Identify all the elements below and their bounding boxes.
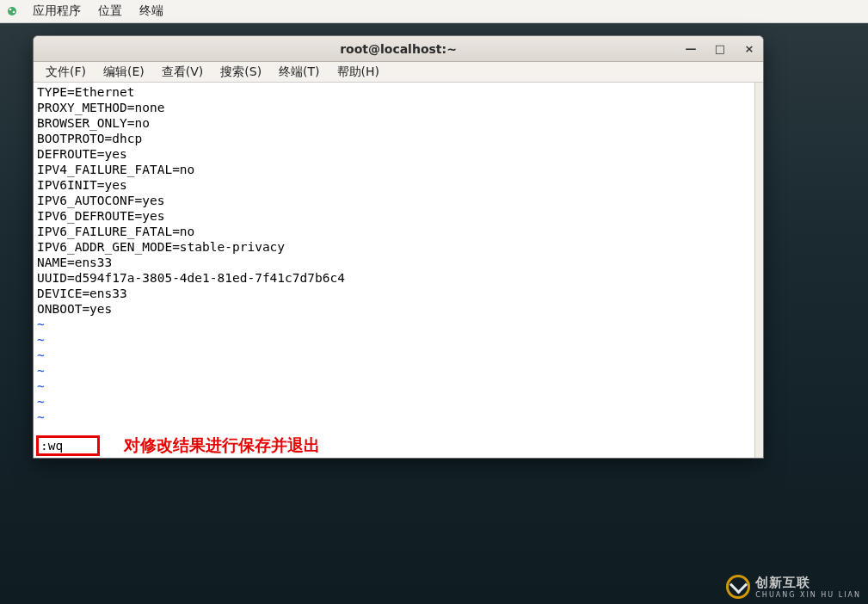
window-controls: — □ × <box>682 40 758 58</box>
menu-file[interactable]: 文件(F) <box>37 63 95 82</box>
file-line: TYPE=Ethernet <box>37 84 760 100</box>
vi-tilde: ~ <box>37 363 760 379</box>
file-line: UUID=d594f17a-3805-4de1-81ed-7f41c7d7b6c… <box>37 270 760 286</box>
panel-activities-icon <box>5 4 19 18</box>
file-line: IPV4_FAILURE_FATAL=no <box>37 162 760 177</box>
file-line: NAME=ens33 <box>37 255 760 270</box>
svg-point-1 <box>9 9 12 11</box>
close-button[interactable]: × <box>741 40 758 58</box>
menu-terminal[interactable]: 终端(T) <box>270 63 328 82</box>
vi-tilde: ~ <box>37 348 760 363</box>
menu-edit[interactable]: 编辑(E) <box>95 63 153 82</box>
file-line: IPV6INIT=yes <box>37 177 760 193</box>
vi-tilde: ~ <box>37 410 760 425</box>
menu-search[interactable]: 搜索(S) <box>212 63 270 82</box>
terminal-menubar: 文件(F) 编辑(E) 查看(V) 搜索(S) 终端(T) 帮助(H) <box>34 62 763 83</box>
window-titlebar[interactable]: root@localhost:~ — □ × <box>34 36 763 62</box>
file-content: TYPE=Ethernet PROXY_METHOD=none BROWSER_… <box>37 84 760 317</box>
watermark-logo-icon <box>726 575 750 599</box>
svg-point-2 <box>13 11 15 14</box>
file-line: IPV6_FAILURE_FATAL=no <box>37 224 760 239</box>
terminal-scrollbar[interactable] <box>754 83 763 458</box>
file-line: IPV6_AUTOCONF=yes <box>37 193 760 208</box>
menu-help[interactable]: 帮助(H) <box>329 63 388 82</box>
window-title: root@localhost:~ <box>340 42 457 56</box>
annotation-label: 对修改结果进行保存并退出 <box>124 438 320 453</box>
file-line: ONBOOT=yes <box>37 301 760 317</box>
svg-point-0 <box>8 7 16 15</box>
vi-tilde: ~ <box>37 332 760 348</box>
maximize-button[interactable]: □ <box>711 40 729 58</box>
panel-places[interactable]: 位置 <box>89 3 131 19</box>
minimize-button[interactable]: — <box>682 40 699 58</box>
terminal-window: root@localhost:~ — □ × 文件(F) 编辑(E) 查看(V)… <box>33 35 764 459</box>
vi-tilde: ~ <box>37 317 760 332</box>
file-line: IPV6_ADDR_GEN_MODE=stable-privacy <box>37 239 760 255</box>
file-line: BROWSER_ONLY=no <box>37 115 760 131</box>
file-line: PROXY_METHOD=none <box>37 100 760 115</box>
watermark-text: 创新互联 CHUANG XIN HU LIAN <box>755 575 861 599</box>
vi-tilde: ~ <box>37 394 760 410</box>
vi-command-text: :wq <box>40 438 63 453</box>
vi-command-row: :wq 对修改结果进行保存并退出 <box>36 435 320 456</box>
gnome-top-panel: 应用程序 位置 终端 <box>0 0 868 23</box>
menu-view[interactable]: 查看(V) <box>153 63 212 82</box>
panel-terminal[interactable]: 终端 <box>131 3 172 19</box>
file-line: BOOTPROTO=dhcp <box>37 131 760 146</box>
file-line: IPV6_DEFROUTE=yes <box>37 208 760 224</box>
file-line: DEVICE=ens33 <box>37 286 760 301</box>
vi-tilde: ~ <box>37 379 760 394</box>
vi-command-input[interactable]: :wq <box>36 435 100 456</box>
terminal-viewport[interactable]: TYPE=Ethernet PROXY_METHOD=none BROWSER_… <box>34 83 763 458</box>
watermark: 创新互联 CHUANG XIN HU LIAN <box>726 575 861 599</box>
file-line: DEFROUTE=yes <box>37 146 760 162</box>
panel-apps[interactable]: 应用程序 <box>24 3 89 19</box>
